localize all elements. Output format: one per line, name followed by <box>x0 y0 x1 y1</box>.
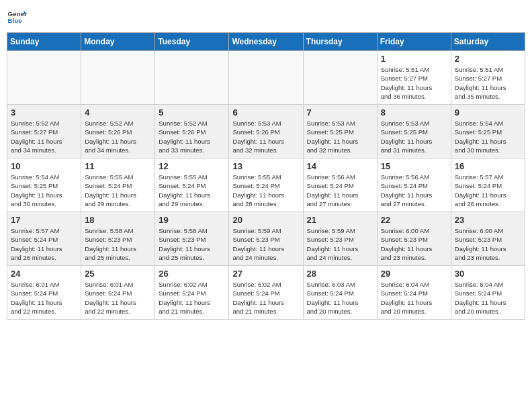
week-row-2: 3Sunrise: 5:52 AMSunset: 5:27 PMDaylight… <box>7 105 525 158</box>
calendar-cell: 6Sunrise: 5:53 AMSunset: 5:26 PMDaylight… <box>229 105 303 158</box>
calendar-cell: 11Sunrise: 5:55 AMSunset: 5:24 PMDayligh… <box>81 158 155 212</box>
day-info: Sunrise: 5:52 AMSunset: 5:26 PMDaylight:… <box>159 119 225 154</box>
day-info: Sunrise: 5:58 AMSunset: 5:23 PMDaylight:… <box>159 226 225 262</box>
day-number: 21 <box>307 215 373 225</box>
calendar-cell <box>303 51 377 105</box>
page-header: General Blue <box>7 7 525 27</box>
calendar-cell: 27Sunrise: 6:02 AMSunset: 5:24 PMDayligh… <box>229 266 303 320</box>
day-number: 18 <box>85 215 151 225</box>
col-header-monday: Monday <box>81 33 155 51</box>
day-number: 10 <box>11 161 77 171</box>
week-row-4: 17Sunrise: 5:57 AMSunset: 5:24 PMDayligh… <box>7 212 525 266</box>
day-number: 17 <box>11 215 77 225</box>
day-info: Sunrise: 6:03 AMSunset: 5:24 PMDaylight:… <box>307 280 373 316</box>
day-info: Sunrise: 6:04 AMSunset: 5:24 PMDaylight:… <box>455 280 521 316</box>
day-number: 8 <box>381 107 447 118</box>
calendar-cell: 8Sunrise: 5:53 AMSunset: 5:25 PMDaylight… <box>377 105 451 158</box>
day-number: 12 <box>159 161 225 171</box>
day-number: 9 <box>455 107 521 118</box>
day-number: 16 <box>455 161 521 171</box>
calendar-cell: 28Sunrise: 6:03 AMSunset: 5:24 PMDayligh… <box>303 266 377 320</box>
day-info: Sunrise: 5:55 AMSunset: 5:24 PMDaylight:… <box>85 173 151 208</box>
day-info: Sunrise: 5:56 AMSunset: 5:24 PMDaylight:… <box>307 173 373 208</box>
day-info: Sunrise: 5:56 AMSunset: 5:24 PMDaylight:… <box>381 173 447 208</box>
calendar-cell: 2Sunrise: 5:51 AMSunset: 5:27 PMDaylight… <box>451 51 525 105</box>
calendar-cell <box>81 51 155 105</box>
day-info: Sunrise: 6:00 AMSunset: 5:23 PMDaylight:… <box>381 226 447 262</box>
header-row: SundayMondayTuesdayWednesdayThursdayFrid… <box>7 33 525 51</box>
col-header-friday: Friday <box>377 33 451 51</box>
day-number: 27 <box>232 269 299 279</box>
calendar-cell <box>229 51 303 105</box>
calendar-cell: 4Sunrise: 5:52 AMSunset: 5:26 PMDaylight… <box>81 105 155 158</box>
day-info: Sunrise: 6:01 AMSunset: 5:24 PMDaylight:… <box>11 280 77 316</box>
col-header-saturday: Saturday <box>451 33 525 51</box>
day-info: Sunrise: 5:54 AMSunset: 5:25 PMDaylight:… <box>11 173 77 208</box>
day-info: Sunrise: 6:02 AMSunset: 5:24 PMDaylight:… <box>159 280 225 316</box>
col-header-wednesday: Wednesday <box>229 33 303 51</box>
day-number: 29 <box>381 269 447 279</box>
day-number: 2 <box>455 54 521 64</box>
day-number: 1 <box>381 54 447 64</box>
calendar-cell: 29Sunrise: 6:04 AMSunset: 5:24 PMDayligh… <box>377 266 451 320</box>
svg-text:Blue: Blue <box>8 17 23 24</box>
calendar-cell: 16Sunrise: 5:57 AMSunset: 5:24 PMDayligh… <box>451 158 525 212</box>
day-number: 20 <box>232 215 299 225</box>
day-number: 25 <box>85 269 151 279</box>
calendar-cell: 12Sunrise: 5:55 AMSunset: 5:24 PMDayligh… <box>155 158 229 212</box>
calendar-cell: 18Sunrise: 5:58 AMSunset: 5:23 PMDayligh… <box>81 212 155 266</box>
day-number: 22 <box>381 215 447 225</box>
day-info: Sunrise: 5:51 AMSunset: 5:27 PMDaylight:… <box>455 65 521 101</box>
calendar-cell: 3Sunrise: 5:52 AMSunset: 5:27 PMDaylight… <box>7 105 81 158</box>
logo-icon: General Blue <box>7 7 27 27</box>
calendar-cell: 23Sunrise: 6:00 AMSunset: 5:23 PMDayligh… <box>451 212 525 266</box>
day-number: 7 <box>307 107 373 118</box>
day-info: Sunrise: 6:02 AMSunset: 5:24 PMDaylight:… <box>232 280 299 316</box>
calendar-cell: 14Sunrise: 5:56 AMSunset: 5:24 PMDayligh… <box>303 158 377 212</box>
col-header-sunday: Sunday <box>7 33 81 51</box>
day-info: Sunrise: 5:55 AMSunset: 5:24 PMDaylight:… <box>232 173 299 208</box>
day-info: Sunrise: 5:58 AMSunset: 5:23 PMDaylight:… <box>85 226 151 262</box>
calendar-cell: 17Sunrise: 5:57 AMSunset: 5:24 PMDayligh… <box>7 212 81 266</box>
calendar-cell <box>155 51 229 105</box>
day-info: Sunrise: 5:53 AMSunset: 5:26 PMDaylight:… <box>232 119 299 154</box>
day-info: Sunrise: 5:59 AMSunset: 5:23 PMDaylight:… <box>232 226 299 262</box>
day-number: 4 <box>85 107 151 118</box>
day-info: Sunrise: 6:00 AMSunset: 5:23 PMDaylight:… <box>455 226 521 262</box>
day-info: Sunrise: 5:55 AMSunset: 5:24 PMDaylight:… <box>159 173 225 208</box>
day-number: 5 <box>159 107 225 118</box>
day-number: 14 <box>307 161 373 171</box>
day-number: 13 <box>232 161 299 171</box>
week-row-3: 10Sunrise: 5:54 AMSunset: 5:25 PMDayligh… <box>7 158 525 212</box>
calendar-cell <box>7 51 81 105</box>
calendar-cell: 21Sunrise: 5:59 AMSunset: 5:23 PMDayligh… <box>303 212 377 266</box>
day-info: Sunrise: 5:57 AMSunset: 5:24 PMDaylight:… <box>455 173 521 208</box>
day-info: Sunrise: 6:04 AMSunset: 5:24 PMDaylight:… <box>381 280 447 316</box>
day-number: 26 <box>159 269 225 279</box>
day-number: 24 <box>11 269 77 279</box>
calendar-cell: 30Sunrise: 6:04 AMSunset: 5:24 PMDayligh… <box>451 266 525 320</box>
day-info: Sunrise: 5:53 AMSunset: 5:25 PMDaylight:… <box>381 119 447 154</box>
calendar-table: SundayMondayTuesdayWednesdayThursdayFrid… <box>7 32 525 320</box>
day-info: Sunrise: 5:59 AMSunset: 5:23 PMDaylight:… <box>307 226 373 262</box>
logo: General Blue <box>7 7 27 27</box>
day-number: 3 <box>11 107 77 118</box>
day-number: 11 <box>85 161 151 171</box>
calendar-cell: 1Sunrise: 5:51 AMSunset: 5:27 PMDaylight… <box>377 51 451 105</box>
day-number: 6 <box>232 107 299 118</box>
week-row-5: 24Sunrise: 6:01 AMSunset: 5:24 PMDayligh… <box>7 266 525 320</box>
day-info: Sunrise: 5:52 AMSunset: 5:26 PMDaylight:… <box>85 119 151 154</box>
calendar-cell: 22Sunrise: 6:00 AMSunset: 5:23 PMDayligh… <box>377 212 451 266</box>
col-header-thursday: Thursday <box>303 33 377 51</box>
day-number: 19 <box>159 215 225 225</box>
calendar-cell: 13Sunrise: 5:55 AMSunset: 5:24 PMDayligh… <box>229 158 303 212</box>
calendar-cell: 24Sunrise: 6:01 AMSunset: 5:24 PMDayligh… <box>7 266 81 320</box>
calendar-cell: 25Sunrise: 6:01 AMSunset: 5:24 PMDayligh… <box>81 266 155 320</box>
calendar-cell: 15Sunrise: 5:56 AMSunset: 5:24 PMDayligh… <box>377 158 451 212</box>
day-number: 28 <box>307 269 373 279</box>
day-number: 30 <box>455 269 521 279</box>
day-info: Sunrise: 5:54 AMSunset: 5:25 PMDaylight:… <box>455 119 521 154</box>
calendar-cell: 26Sunrise: 6:02 AMSunset: 5:24 PMDayligh… <box>155 266 229 320</box>
col-header-tuesday: Tuesday <box>155 33 229 51</box>
week-row-1: 1Sunrise: 5:51 AMSunset: 5:27 PMDaylight… <box>7 51 525 105</box>
